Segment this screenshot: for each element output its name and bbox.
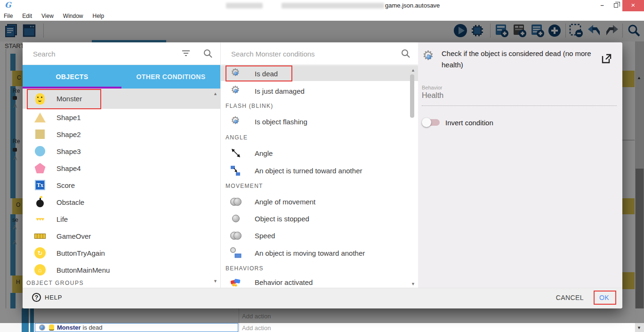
- redacted-title-text: [226, 3, 263, 8]
- scroll-down-icon[interactable]: ▼: [411, 282, 415, 286]
- scroll-up-icon[interactable]: ▲: [213, 91, 217, 96]
- annotation-highlight-is-dead: [225, 65, 292, 81]
- conditions-search-input[interactable]: [230, 47, 386, 60]
- event-bar: [30, 323, 34, 332]
- section-header-flash: FLASH (BLINK): [225, 103, 274, 109]
- dialog-footer: ? HELP CANCEL OK: [23, 288, 622, 308]
- scrollbar-corner[interactable]: ▼: [635, 323, 644, 332]
- menu-edit[interactable]: Edit: [22, 13, 32, 19]
- menu-help[interactable]: Help: [93, 13, 105, 19]
- pentagon-icon: [34, 162, 46, 174]
- condition-item-behavior-activated[interactable]: Behavior activated: [221, 277, 418, 288]
- scroll-down-icon[interactable]: ▼: [637, 325, 641, 330]
- scroll-up-icon[interactable]: ▲: [411, 68, 415, 73]
- condition-label: Angle: [255, 149, 273, 157]
- condition-item-turned-toward[interactable]: An object is turned toward another: [221, 163, 418, 178]
- help-label: HELP: [45, 294, 62, 301]
- object-item-shape2[interactable]: Shape2: [23, 126, 220, 143]
- annotation-highlight-monster: [27, 89, 101, 109]
- search-icon[interactable]: [203, 49, 213, 58]
- field-underline: [422, 105, 617, 106]
- scroll-down-icon[interactable]: ▼: [213, 279, 217, 283]
- conditions-searchbar: [221, 42, 418, 65]
- search-icon[interactable]: [401, 49, 411, 58]
- banner-icon: [34, 230, 46, 242]
- behavior-activated-icon: [230, 276, 242, 288]
- object-item-shape3[interactable]: Shape3: [23, 143, 220, 160]
- condition-details-panel: Check if the object is considered dead (…: [418, 42, 622, 288]
- behavior-gear-icon: [230, 115, 242, 128]
- object-item-buttontryagain[interactable]: ↻ ButtonTryAgain: [23, 244, 220, 261]
- cancel-button[interactable]: CANCEL: [556, 294, 584, 301]
- condition-item-object-is-stopped[interactable]: Object is stopped: [221, 211, 418, 226]
- menubar: File Edit View Window Help: [0, 11, 644, 21]
- square-icon: [34, 128, 46, 140]
- help-button[interactable]: ? HELP: [32, 293, 62, 302]
- object-item-shape1[interactable]: Shape1: [23, 109, 220, 126]
- section-header-behaviors: BEHAVIORS: [225, 265, 264, 272]
- close-button[interactable]: [622, 0, 644, 11]
- menu-window[interactable]: Window: [63, 13, 83, 19]
- condition-gear-icon: [39, 324, 45, 331]
- choose-condition-dialog: OBJECTS OTHER CONDITIONS Monster Shape1 …: [23, 42, 622, 308]
- circle-icon: [34, 145, 46, 157]
- toggle-knob[interactable]: [422, 118, 431, 127]
- condition-item-is-object-flashing[interactable]: Is object flashing: [221, 114, 418, 129]
- objects-panel: OBJECTS OTHER CONDITIONS Monster Shape1 …: [23, 42, 220, 288]
- stage: START C Re A Re A O se A A H: [0, 21, 644, 332]
- help-icon: ?: [32, 293, 41, 302]
- condition-label: An object is turned toward another: [255, 167, 362, 175]
- event-condition-text: is dead: [83, 324, 103, 331]
- minimize-button[interactable]: [595, 0, 609, 11]
- add-action-cell[interactable]: Add action: [239, 323, 635, 332]
- object-item-score[interactable]: Tx Score: [23, 177, 220, 194]
- condition-description: Check if the object is considered dead (…: [442, 48, 600, 71]
- bomb-icon: [34, 196, 46, 208]
- selected-event-row: Monster is dead Add action ▼: [0, 323, 644, 332]
- condition-item-angle[interactable]: Angle: [221, 146, 418, 160]
- movement-circles-icon: [230, 195, 242, 208]
- open-in-new-icon[interactable]: [601, 53, 612, 64]
- condition-label: Angle of movement: [255, 198, 315, 206]
- object-item-gameover[interactable]: GameOver: [23, 227, 220, 244]
- object-label: GameOver: [56, 232, 91, 240]
- object-label: ButtonMainMenu: [56, 266, 110, 274]
- condition-item-moving-toward[interactable]: An object is moving toward another: [221, 245, 418, 260]
- section-header-angle: ANGLE: [225, 134, 248, 141]
- condition-label: Is object flashing: [255, 118, 307, 126]
- menu-view[interactable]: View: [41, 13, 54, 19]
- objects-searchbar: [23, 42, 220, 65]
- object-item-life[interactable]: ♥♥♥ Life: [23, 211, 220, 227]
- selected-condition-block[interactable]: Monster is dead: [35, 323, 238, 332]
- filter-icon[interactable]: [181, 49, 191, 57]
- condition-item-is-just-damaged[interactable]: Is just damaged: [221, 84, 418, 98]
- event-bar: [22, 323, 29, 332]
- condition-label: An object is moving toward another: [255, 249, 365, 257]
- scrollbar-thumb[interactable]: [410, 74, 414, 118]
- objects-search-input[interactable]: [32, 47, 164, 60]
- condition-item-speed[interactable]: Speed: [221, 228, 418, 243]
- behavior-field-label: Behavior: [422, 85, 442, 90]
- menu-file[interactable]: File: [4, 13, 13, 19]
- event-object-name: Monster: [57, 324, 81, 331]
- angle-arrow-icon: [230, 147, 242, 159]
- object-label: Shape4: [56, 164, 81, 172]
- condition-label: Behavior activated: [255, 278, 313, 286]
- condition-label: Speed: [255, 232, 275, 240]
- tab-objects[interactable]: OBJECTS: [23, 65, 121, 89]
- object-label: Life: [56, 215, 68, 223]
- tab-other-conditions[interactable]: OTHER CONDITIONS: [121, 65, 220, 89]
- redacted-path-text: [282, 3, 384, 8]
- maximize-button[interactable]: [609, 0, 622, 11]
- invert-condition-toggle[interactable]: [424, 119, 440, 126]
- titlebar: G game.json.autosave: [0, 0, 644, 11]
- object-item-buttonmainmenu[interactable]: ⌂ ButtonMainMenu: [23, 261, 220, 278]
- object-item-obstacle[interactable]: Obstacle: [23, 194, 220, 211]
- object-label: Shape2: [56, 130, 81, 138]
- condition-item-angle-of-movement[interactable]: Angle of movement: [221, 194, 418, 209]
- behavior-field-value[interactable]: Health: [422, 91, 443, 100]
- object-label: Score: [56, 181, 75, 189]
- object-item-shape4[interactable]: Shape4: [23, 160, 220, 177]
- retry-button-icon: ↻: [34, 247, 46, 259]
- triangle-icon: [34, 111, 46, 123]
